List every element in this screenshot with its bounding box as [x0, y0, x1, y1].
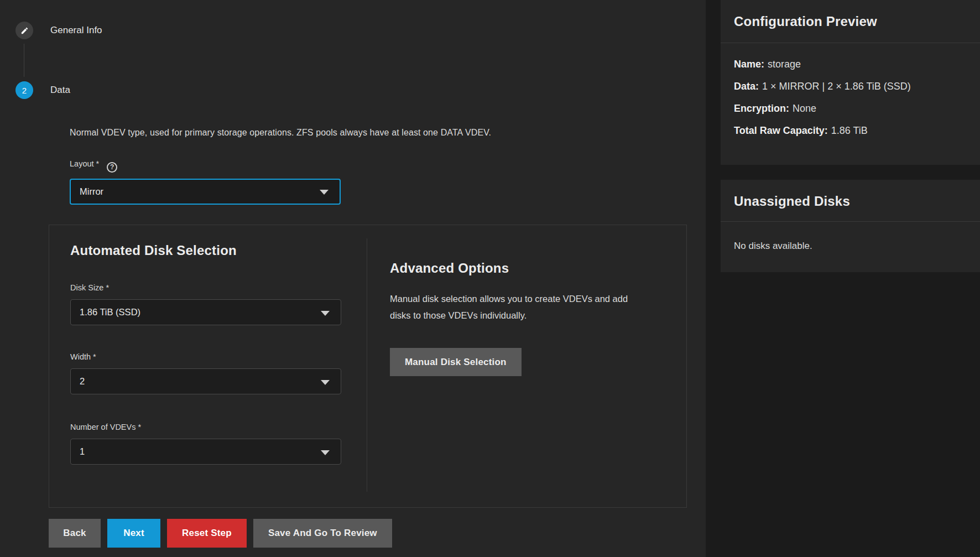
dropdown-arrow-icon	[321, 450, 330, 455]
preview-row-label: Encryption:	[734, 103, 789, 114]
back-button[interactable]: Back	[49, 519, 101, 548]
disk-size-field: Disk Size * 1.86 TiB (SSD)	[70, 283, 367, 325]
preview-row-value: 1.86 TiB	[831, 125, 868, 136]
vdev-description-text: Normal VDEV type, used for primary stora…	[70, 128, 601, 138]
step-indicator-data: 2	[15, 81, 33, 99]
width-select[interactable]: 2	[70, 368, 341, 394]
automated-disk-selection-title: Automated Disk Selection	[70, 243, 367, 258]
layout-select[interactable]: Mirror	[70, 179, 341, 205]
next-button[interactable]: Next	[107, 519, 160, 548]
dropdown-arrow-icon	[320, 190, 329, 195]
help-circle-icon[interactable]: ?	[107, 162, 117, 173]
dropdown-arrow-icon	[321, 380, 330, 385]
automated-disk-selection-section: Automated Disk Selection Disk Size * 1.8…	[49, 225, 367, 507]
width-value: 2	[80, 376, 85, 387]
stepper-connector-line	[24, 44, 24, 77]
wizard-main-area: General Info 2 Data Normal VDEV type, us…	[0, 0, 706, 557]
wizard-actions: Back Next Reset Step Save And Go To Revi…	[49, 519, 392, 548]
advanced-options-title: Advanced Options	[390, 261, 686, 276]
preview-row-name: Name:storage	[734, 59, 967, 70]
layout-label: Layout *	[70, 159, 99, 168]
disk-size-value: 1.86 TiB (SSD)	[80, 307, 140, 317]
dropdown-arrow-icon	[321, 311, 330, 316]
save-and-go-to-review-button[interactable]: Save And Go To Review	[253, 519, 392, 548]
number-of-vdevs-label: Number of VDEVs *	[70, 423, 141, 431]
number-of-vdevs-field: Number of VDEVs * 1	[70, 422, 367, 465]
step-indicator-general-info	[15, 22, 33, 39]
disk-selection-card: Automated Disk Selection Disk Size * 1.8…	[49, 225, 687, 508]
width-label: Width *	[70, 352, 96, 361]
preview-row-label: Name:	[734, 59, 764, 70]
advanced-options-section: Advanced Options Manual disk selection a…	[367, 238, 686, 492]
disk-size-label: Disk Size *	[70, 283, 109, 292]
preview-row-data: Data:1 × MIRROR | 2 × 1.86 TiB (SSD)	[734, 81, 967, 92]
step-label-general-info: General Info	[50, 25, 102, 36]
width-field: Width * 2	[70, 352, 367, 394]
unassigned-disks-empty-message: No disks available.	[721, 222, 980, 252]
step-number: 2	[22, 86, 27, 95]
number-of-vdevs-value: 1	[80, 446, 85, 457]
step-label-data: Data	[50, 85, 70, 96]
preview-row-encryption: Encryption:None	[734, 103, 967, 114]
reset-step-button[interactable]: Reset Step	[167, 519, 247, 548]
preview-row-value: 1 × MIRROR | 2 × 1.86 TiB (SSD)	[762, 81, 911, 92]
preview-row-value: storage	[768, 59, 801, 70]
configuration-preview-panel: Configuration Preview Name:storage Data:…	[721, 0, 980, 165]
preview-row-value: None	[793, 103, 816, 114]
configuration-preview-rows: Name:storage Data:1 × MIRROR | 2 × 1.86 …	[721, 43, 980, 137]
preview-row-label: Data:	[734, 81, 759, 92]
unassigned-disks-panel: Unassigned Disks No disks available.	[721, 180, 980, 272]
layout-select-value: Mirror	[80, 186, 103, 197]
stepper-step-data[interactable]: 2 Data	[15, 81, 70, 99]
edit-icon	[20, 27, 29, 35]
pool-creation-wizard: General Info 2 Data Normal VDEV type, us…	[0, 0, 980, 557]
preview-row-label: Total Raw Capacity:	[734, 125, 828, 136]
number-of-vdevs-select[interactable]: 1	[70, 439, 341, 465]
preview-row-total-raw-capacity: Total Raw Capacity:1.86 TiB	[734, 125, 967, 137]
stepper-step-general-info[interactable]: General Info	[15, 22, 102, 39]
layout-field: Layout *? Mirror	[70, 159, 341, 205]
unassigned-disks-title: Unassigned Disks	[721, 180, 980, 209]
advanced-options-description: Manual disk selection allows you to crea…	[390, 290, 642, 324]
configuration-preview-title: Configuration Preview	[721, 0, 980, 29]
manual-disk-selection-button[interactable]: Manual Disk Selection	[390, 348, 522, 376]
disk-size-select[interactable]: 1.86 TiB (SSD)	[70, 299, 341, 325]
